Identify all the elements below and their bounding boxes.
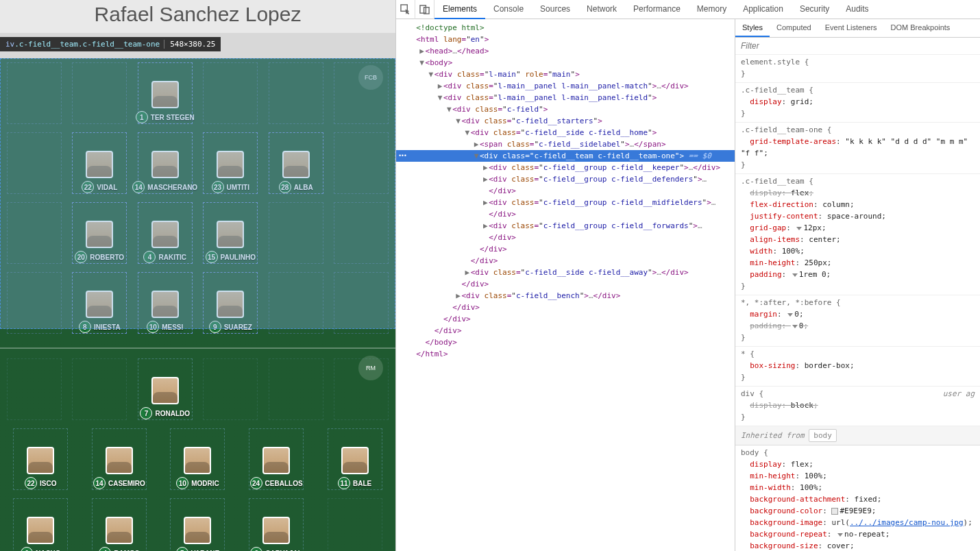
- dom-node[interactable]: ▶<div class="c-field__group c-field__def…: [400, 173, 735, 185]
- styles-tab-dom-breakpoints[interactable]: DOM Breakpoints: [884, 19, 957, 37]
- dom-node[interactable]: ▶<div class="c-field__side c-field__away…: [400, 267, 735, 278]
- dom-node[interactable]: </div>: [400, 208, 735, 220]
- player-number: 14: [132, 181, 145, 193]
- player-avatar: [341, 447, 369, 474]
- dom-node[interactable]: ▶<div class="c-field__bench">…</div>: [400, 290, 735, 302]
- dom-node[interactable]: <!doctype html>: [400, 22, 735, 34]
- empty-slot: [334, 272, 389, 334]
- dom-node[interactable]: ▼<body>: [400, 57, 735, 69]
- css-rule[interactable]: .c-field__team-one { grid-template-areas…: [735, 123, 980, 174]
- player-label: 22ISCO: [25, 477, 56, 489]
- dom-node[interactable]: ▶<span class="c-field__sidelabel">…</spa…: [400, 138, 735, 150]
- player-slot[interactable]: 6NACHO: [13, 498, 68, 551]
- dom-node[interactable]: </div>: [400, 185, 735, 197]
- player-avatar: [151, 81, 179, 108]
- player-label: 4RAKITIC: [143, 251, 186, 263]
- styles-rules[interactable]: element.style {}.c-field__team { display…: [735, 55, 980, 551]
- player-slot[interactable]: 23UMTITI: [203, 132, 258, 194]
- player-slot[interactable]: 22ISCO: [13, 428, 68, 490]
- player-name: RAKITIC: [158, 254, 186, 261]
- player-name: INIESTA: [94, 323, 121, 331]
- player-slot[interactable]: 9SUAREZ: [203, 272, 258, 334]
- devtools-tab-performance[interactable]: Performance: [625, 0, 689, 19]
- dom-node[interactable]: </div>: [400, 232, 735, 243]
- empty-slot: [72, 62, 127, 124]
- player-slot[interactable]: 11BALE: [328, 428, 382, 490]
- css-rule[interactable]: element.style {}: [735, 55, 980, 83]
- inspect-element-icon[interactable]: [396, 0, 415, 19]
- dom-node[interactable]: </div>: [400, 302, 735, 313]
- dom-node[interactable]: </div>: [400, 278, 735, 290]
- dom-node[interactable]: ▶<div class="c-field__group c-field__mid…: [400, 197, 735, 208]
- dom-node[interactable]: ▶<div class="c-field__group c-field__for…: [400, 220, 735, 232]
- dom-node[interactable]: ▶<div class="l-main__panel l-main__panel…: [400, 80, 735, 92]
- dom-node[interactable]: </body>: [400, 336, 735, 348]
- dom-node[interactable]: </html>: [400, 348, 735, 360]
- player-slot[interactable]: 8INIESTA: [72, 272, 127, 334]
- css-rule[interactable]: .c-field__team { display: flex; flex-dir…: [735, 174, 980, 295]
- dom-node[interactable]: ▼<div class="l-main" role="main">: [400, 69, 735, 80]
- player-slot[interactable]: 20ROBERTO: [72, 202, 127, 264]
- player-slot[interactable]: 14MASCHERANO: [138, 132, 193, 194]
- devtools-tab-elements[interactable]: Elements: [434, 0, 485, 19]
- devtools-tab-console[interactable]: Console: [485, 0, 532, 19]
- player-avatar: [184, 447, 211, 474]
- styles-tab-computed[interactable]: Computed: [770, 19, 818, 37]
- devtools-tab-audits[interactable]: Audits: [837, 0, 877, 19]
- css-rule[interactable]: *, *:after, *:before { margin: 0; paddin…: [735, 295, 980, 347]
- elements-panel[interactable]: <!doctype html> <html lang="en"> ▶<head>…: [396, 19, 735, 551]
- dom-node[interactable]: <html lang="en">: [400, 34, 735, 45]
- dom-node[interactable]: </div>: [400, 255, 735, 267]
- player-number: 7: [140, 407, 152, 419]
- dom-node[interactable]: ▼<div class="l-main__panel l-main__panel…: [400, 92, 735, 103]
- devtools-tab-sources[interactable]: Sources: [532, 0, 578, 19]
- player-label: 20ROBERTO: [75, 251, 124, 263]
- player-name: MESSI: [162, 323, 183, 331]
- device-toolbar-icon[interactable]: [415, 0, 434, 19]
- player-slot[interactable]: 10MODRIC: [170, 428, 225, 490]
- dom-node[interactable]: </div>: [400, 313, 735, 325]
- devtools-tab-security[interactable]: Security: [792, 0, 837, 19]
- dom-node[interactable]: ▶<div class="c-field__group c-field__kee…: [400, 162, 735, 173]
- player-slot[interactable]: 24CEBALLOS: [249, 428, 304, 490]
- empty-slot: [203, 358, 258, 420]
- player-slot[interactable]: 28ALBA: [269, 132, 323, 194]
- player-label: 14CASEMIRO: [93, 477, 145, 489]
- player-slot[interactable]: 10MESSI: [138, 272, 193, 334]
- player-slot[interactable]: 5VARANE: [170, 498, 225, 551]
- player-slot[interactable]: 22VIDAL: [72, 132, 127, 194]
- player-label: 24CEBALLOS: [250, 477, 303, 489]
- player-label: 4RAMOS: [99, 547, 139, 551]
- dom-node[interactable]: </div>: [400, 243, 735, 255]
- devtools-tab-network[interactable]: Network: [578, 0, 625, 19]
- player-slot[interactable]: 2CARVAJAL: [249, 498, 304, 551]
- player-slot[interactable]: 4RAMOS: [92, 498, 147, 551]
- player-avatar: [217, 151, 244, 178]
- dom-node[interactable]: ▶<head>…</head>: [400, 45, 735, 57]
- player-slot[interactable]: 14CASEMIRO: [92, 428, 147, 490]
- dom-node[interactable]: </div>: [400, 325, 735, 336]
- dom-node[interactable]: ▼<div class="c-field">: [400, 103, 735, 115]
- player-label: 10MESSI: [147, 321, 183, 333]
- player-number: 14: [93, 477, 106, 489]
- css-rule[interactable]: user agdiv { display: block;}: [735, 387, 980, 426]
- css-rule[interactable]: body { display: flex; min-height: 100%; …: [735, 445, 980, 551]
- styles-tab-styles[interactable]: Styles: [735, 19, 770, 37]
- player-slot[interactable]: 7RONALDO: [138, 358, 193, 420]
- player-avatar: [217, 291, 244, 318]
- styles-filter-input[interactable]: [735, 38, 980, 54]
- css-rule[interactable]: .c-field__team { display: grid;}: [735, 83, 980, 123]
- empty-slot: [334, 358, 389, 420]
- devtools-tab-application[interactable]: Application: [735, 0, 792, 19]
- player-avatar: [262, 517, 290, 544]
- dom-node[interactable]: ▼<div class="c-field__side c-field__home…: [400, 127, 735, 138]
- dom-node[interactable]: ▼<div class="c-field__team c-field__team…: [400, 150, 735, 162]
- player-slot[interactable]: 15PAULINHO: [203, 202, 258, 264]
- player-slot[interactable]: 1TER STEGEN: [138, 62, 193, 124]
- player-avatar: [27, 447, 54, 474]
- styles-tab-event-listeners[interactable]: Event Listeners: [818, 19, 884, 37]
- dom-node[interactable]: ▼<div class="c-field__starters">: [400, 115, 735, 127]
- css-rule[interactable]: * { box-sizing: border-box;}: [735, 347, 980, 387]
- devtools-tab-memory[interactable]: Memory: [689, 0, 735, 19]
- player-slot[interactable]: 4RAKITIC: [138, 202, 193, 264]
